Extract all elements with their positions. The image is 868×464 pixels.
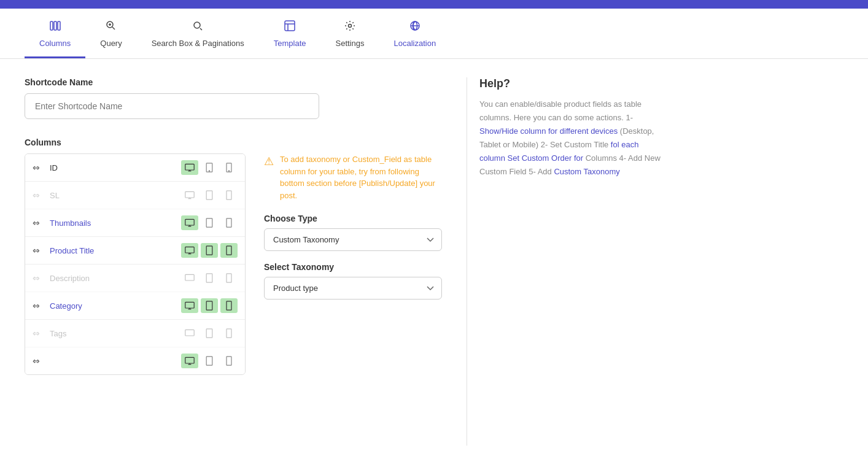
svg-rect-2 [58, 21, 60, 30]
mobile-btn-thumbnails[interactable] [220, 215, 238, 230]
tablet-btn-tags [201, 326, 218, 341]
tablet-btn-id[interactable] [201, 160, 218, 175]
table-row: ⇔ Category [25, 292, 245, 320]
device-icons-product-title [181, 243, 238, 258]
choose-type-label: Choose Type [264, 214, 442, 223]
tab-settings-label: Settings [336, 39, 365, 48]
svg-rect-21 [206, 246, 212, 255]
drag-handle-id[interactable]: ⇔ [33, 163, 45, 172]
svg-rect-25 [227, 274, 231, 282]
help-highlight-1: Show/Hide column for different devices [479, 126, 618, 136]
svg-rect-16 [227, 191, 231, 199]
tablet-btn-thumbnails[interactable] [201, 215, 218, 230]
left-panel: Shortcode Name Columns ⇔ ID [25, 77, 442, 446]
svg-rect-1 [54, 21, 56, 30]
desktop-btn-last[interactable] [181, 354, 198, 368]
settings-icon [344, 20, 356, 35]
mobile-btn-last[interactable] [220, 354, 238, 368]
column-name-product-title: Product Title [50, 246, 176, 255]
columns-section-label: Columns [25, 137, 442, 147]
drag-handle-thumbnails[interactable]: ⇔ [33, 218, 45, 228]
localization-icon [409, 20, 421, 35]
tab-localization-label: Localization [393, 39, 436, 48]
warning-box: ⚠ To add taxonomy or Custom_Field as tab… [264, 153, 442, 201]
desktop-btn-sl [181, 188, 198, 203]
svg-rect-30 [206, 329, 212, 338]
tab-search[interactable]: Search Box & Paginations [137, 9, 259, 58]
tab-template[interactable]: Template [259, 9, 321, 58]
top-bar [0, 0, 868, 9]
choose-type-dropdown[interactable]: Custom Taxonomy Custom Field [264, 228, 442, 251]
tab-navigation: Columns Query Search Box & Paginations [0, 9, 868, 59]
help-highlight-3: Custom Taxonomy [554, 167, 619, 176]
table-row: ⇔ SL [25, 182, 245, 209]
column-name-tags: Tags [50, 329, 176, 338]
desktop-btn-thumbnails[interactable] [181, 215, 198, 230]
select-taxonomy-label: Select Taxonomy [264, 262, 442, 272]
device-icons-sl [181, 188, 238, 203]
device-icons-description [181, 271, 238, 285]
column-name-thumbnails: Thumbnails [50, 218, 176, 228]
device-icons-thumbnails [181, 215, 238, 230]
tab-localization[interactable]: Localization [379, 9, 451, 58]
tablet-btn-last[interactable] [201, 354, 218, 368]
mobile-btn-tags [220, 326, 238, 341]
columns-and-taxonomy: ⇔ ID [25, 153, 442, 375]
tab-query-label: Query [100, 39, 122, 48]
desktop-btn-category[interactable] [181, 298, 198, 313]
drag-handle-product-title[interactable]: ⇔ [33, 246, 45, 255]
table-row: ⇔ Thumbnails [25, 209, 245, 237]
mobile-btn-sl [220, 188, 238, 203]
tablet-btn-sl [201, 188, 218, 203]
svg-rect-22 [227, 246, 231, 255]
drag-handle-description: ⇔ [33, 273, 45, 283]
right-panel: Help? You can enable/disable product fie… [467, 77, 663, 446]
drag-handle-tags: ⇔ [33, 328, 45, 338]
svg-rect-34 [227, 357, 231, 365]
device-icons-tags [181, 326, 238, 341]
content-area: Shortcode Name Columns ⇔ ID [0, 59, 868, 464]
svg-point-13 [228, 171, 229, 171]
columns-icon [49, 20, 61, 35]
column-name-description: Description [50, 274, 176, 283]
drag-handle-category[interactable]: ⇔ [33, 301, 45, 311]
mobile-btn-product-title[interactable] [220, 243, 238, 258]
desktop-btn-description [181, 271, 198, 285]
taxonomy-section: ⚠ To add taxonomy or Custom_Field as tab… [264, 153, 442, 311]
select-taxonomy-dropdown[interactable]: Product type Category Tags [264, 277, 442, 300]
tab-query[interactable]: Query [85, 9, 136, 58]
help-title: Help? [479, 77, 663, 90]
table-row: ⇔ Tags [25, 320, 245, 347]
svg-point-4 [194, 22, 200, 28]
columns-table: ⇔ ID [25, 153, 246, 375]
warning-text: To add taxonomy or Custom_Field as table… [280, 153, 442, 201]
desktop-btn-product-title[interactable] [181, 243, 198, 258]
table-row: ⇔ [25, 347, 245, 374]
mobile-btn-category[interactable] [220, 298, 238, 313]
shortcode-name-input[interactable] [25, 93, 319, 119]
device-icons-id [181, 160, 238, 175]
tablet-btn-category[interactable] [201, 298, 218, 313]
svg-point-11 [209, 171, 209, 171]
table-row: ⇔ ID [25, 154, 245, 182]
svg-rect-23 [185, 274, 194, 280]
svg-rect-27 [206, 301, 212, 310]
column-name-id: ID [50, 163, 176, 172]
svg-rect-14 [185, 191, 194, 198]
tablet-btn-product-title[interactable] [201, 243, 218, 258]
tab-template-label: Template [274, 39, 306, 48]
desktop-btn-id[interactable] [181, 160, 198, 175]
tab-settings[interactable]: Settings [321, 9, 379, 58]
query-icon [105, 20, 117, 35]
svg-rect-29 [185, 330, 194, 336]
tab-columns-label: Columns [39, 39, 71, 48]
drag-handle-last[interactable]: ⇔ [33, 356, 45, 366]
mobile-btn-id[interactable] [220, 160, 238, 175]
svg-rect-0 [50, 21, 53, 30]
svg-rect-5 [285, 21, 295, 31]
svg-rect-17 [185, 219, 194, 225]
tab-columns[interactable]: Columns [25, 9, 85, 58]
svg-rect-33 [206, 357, 212, 365]
svg-rect-32 [185, 357, 194, 363]
svg-rect-28 [227, 301, 231, 310]
